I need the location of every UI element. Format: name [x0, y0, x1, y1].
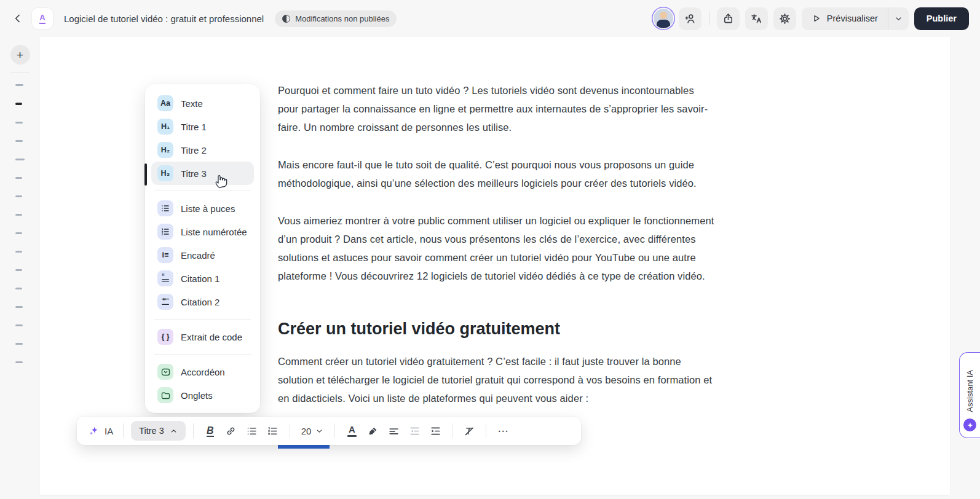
more-options-button[interactable]: ⋯ [494, 422, 512, 440]
dropdown-item-label: Extrait de code [181, 332, 242, 342]
toolbar-divider [452, 423, 452, 438]
indent-icon [430, 425, 441, 437]
clear-format-icon [464, 425, 475, 437]
dropdown-item-label: Liste numérotée [181, 227, 247, 237]
accordion-icon [157, 364, 173, 380]
paragraph[interactable]: Mais encore faut-il que le tuto soit de … [278, 155, 716, 192]
ai-button[interactable]: IA [85, 425, 116, 437]
preview-button[interactable]: Prévisualiser [802, 7, 888, 30]
preview-dropdown-button[interactable] [888, 7, 909, 30]
page-title: Logiciel de tutoriel vidéo : gratuit et … [64, 14, 264, 24]
h3-icon: H₃ [157, 165, 173, 181]
invite-user-button[interactable] [679, 7, 701, 30]
rail-divider [11, 73, 30, 73]
paragraph[interactable]: Pourquoi et comment faire un tuto vidéo … [278, 81, 716, 136]
bullet-list-icon [246, 425, 258, 437]
preview-label: Prévisualiser [827, 14, 878, 23]
dropdown-item-titre-1[interactable]: H₁ Titre 1 [151, 115, 254, 138]
dropdown-item-titre-2[interactable]: H₂ Titre 2 [151, 138, 254, 162]
dropdown-item-label: Titre 3 [181, 168, 207, 179]
block-outline-dash[interactable] [15, 195, 22, 197]
ai-assistant-tab[interactable]: Assistant IA [959, 352, 980, 438]
block-outline-dash[interactable] [15, 140, 23, 142]
top-bar: A Logiciel de tutoriel vidéo : gratuit e… [0, 0, 980, 37]
block-outline-dash[interactable] [15, 288, 22, 289]
add-block-button[interactable]: + [10, 45, 30, 65]
indent-button[interactable] [426, 422, 445, 440]
block-outline-dash[interactable] [15, 122, 23, 124]
text-style-selector[interactable]: Titre 3 [131, 421, 186, 441]
dropdown-item-titre-3[interactable]: H₃ Titre 3 [151, 162, 254, 185]
outdent-icon [409, 425, 421, 437]
toolbar-divider [123, 423, 124, 438]
dropdown-item-label: Titre 1 [181, 122, 207, 132]
dropdown-item-citation-1[interactable]: “ Citation 1 [151, 267, 254, 290]
dropdown-item-liste-numerotee[interactable]: Liste numérotée [151, 220, 254, 243]
block-outline-dash[interactable] [15, 159, 25, 160]
numbered-list-button[interactable] [264, 422, 282, 440]
publish-button[interactable]: Publier [914, 7, 969, 30]
h1-icon: H₁ [157, 119, 173, 135]
share-icon [722, 12, 735, 25]
dropdown-item-citation-2[interactable]: “ Citation 2 [151, 290, 254, 313]
text-color-button[interactable]: A [342, 422, 361, 440]
translate-icon [750, 12, 763, 25]
translate-button[interactable] [745, 7, 768, 30]
section-heading[interactable]: Créer un tutoriel vidéo gratuitement [278, 318, 716, 339]
text-color-icon: A [347, 425, 357, 437]
dropdown-divider [154, 319, 251, 320]
bold-icon: B [207, 425, 214, 437]
block-outline-dash[interactable] [15, 177, 22, 179]
dropdown-item-onglets[interactable]: Onglets [151, 383, 254, 407]
dropdown-item-label: Accordéon [181, 367, 225, 377]
outdent-button[interactable] [405, 422, 424, 440]
dropdown-item-accordeon[interactable]: Accordéon [151, 360, 254, 383]
topbar-divider [709, 12, 709, 25]
block-outline-dash[interactable] [15, 306, 23, 308]
bold-button[interactable]: B [201, 422, 219, 440]
dropdown-item-liste-a-puces[interactable]: Liste à puces [151, 197, 254, 220]
align-left-icon [388, 425, 400, 437]
paragraph[interactable]: Comment créer un tutoriel vidéo gratuite… [278, 352, 716, 407]
h2-icon: H₂ [157, 142, 173, 158]
paragraph[interactable]: Vous aimeriez montrer à votre public com… [278, 211, 716, 285]
clear-formatting-button[interactable] [460, 422, 478, 440]
block-outline-dash[interactable] [15, 214, 22, 216]
callout-icon: i≡ [157, 247, 173, 263]
status-badge-label: Modifications non publiées [295, 14, 389, 23]
numbered-list-icon [267, 425, 279, 437]
dropdown-item-label: Texte [181, 98, 203, 109]
dropdown-item-extrait-de-code[interactable]: { } Extrait de code [151, 325, 254, 348]
block-outline-dash[interactable] [15, 269, 22, 271]
quote1-icon: “ [157, 270, 173, 286]
active-style-indicator [144, 163, 147, 186]
top-bar-actions: Prévisualiser Publier [654, 7, 969, 30]
block-outline-dash[interactable] [15, 251, 22, 253]
status-badge: Modifications non publiées [275, 10, 397, 27]
text-style-dropdown: Aa Texte H₁ Titre 1 H₂ Titre 2 H₃ Titre … [145, 84, 260, 413]
share-button[interactable] [717, 7, 740, 30]
avatar[interactable] [654, 9, 673, 28]
play-icon [812, 14, 821, 23]
align-button[interactable] [384, 422, 403, 440]
font-size-selector[interactable]: 20 [298, 426, 328, 436]
ai-assistant-label: Assistant IA [965, 370, 974, 412]
bullet-list-icon [157, 200, 173, 216]
preview-button-group: Prévisualiser [802, 7, 909, 30]
settings-button[interactable] [773, 7, 796, 30]
dropdown-item-encadre[interactable]: i≡ Encadré [151, 243, 254, 267]
dropdown-item-label: Liste à puces [181, 203, 235, 214]
highlight-button[interactable] [363, 422, 382, 440]
block-outline-dash[interactable] [15, 84, 23, 86]
bullet-list-button[interactable] [243, 422, 261, 440]
block-outline-dash-active[interactable] [15, 103, 22, 105]
block-outline-dash[interactable] [15, 361, 23, 363]
block-outline-dash[interactable] [15, 232, 22, 234]
gear-icon [778, 12, 791, 25]
back-button[interactable] [9, 9, 27, 28]
dropdown-item-texte[interactable]: Aa Texte [151, 92, 254, 115]
block-outline-dash[interactable] [15, 324, 23, 326]
block-outline-dash[interactable] [15, 343, 23, 345]
link-button[interactable] [222, 422, 240, 440]
document-content: Pourquoi et comment faire un tuto vidéo … [278, 37, 716, 449]
